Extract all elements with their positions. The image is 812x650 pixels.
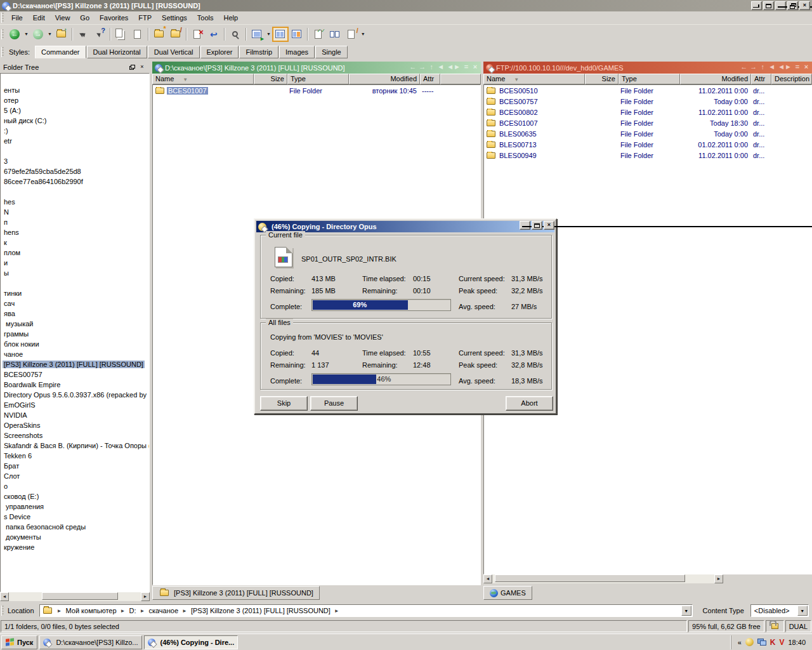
column-header-modified[interactable]: Modified (349, 74, 420, 84)
menu-item[interactable]: View (50, 12, 75, 23)
pane-nav-icon[interactable]: ◄ (437, 63, 444, 70)
pane-nav-icon[interactable]: ↑ (428, 63, 435, 70)
menu-item[interactable]: File (6, 12, 28, 23)
location-dropdown-icon[interactable]: ▼ (681, 606, 691, 616)
paste-icon[interactable] (129, 27, 146, 42)
right-pane-horizontal-scrollbar[interactable]: ◄ ► (483, 574, 723, 583)
tree-item[interactable]: ява (1, 308, 149, 319)
breadcrumb-segment[interactable]: ►Мой компьютер (53, 607, 117, 614)
grip-handle[interactable] (1, 47, 4, 57)
new-folder-icon[interactable]: * (151, 27, 167, 42)
tree-item[interactable] (1, 75, 149, 85)
pane-nav-icon[interactable]: ◄► (778, 63, 792, 70)
tree-item[interactable]: енты (1, 85, 149, 95)
menu-item[interactable]: Settings (157, 12, 192, 23)
breadcrumb-segment[interactable]: ►скачаное (136, 607, 179, 614)
tree-item[interactable]: OperaSkins (1, 420, 149, 430)
delete-icon[interactable]: × (189, 27, 206, 42)
minimize-icon[interactable] (775, 1, 786, 10)
scroll-thumb[interactable] (495, 574, 685, 582)
tree-item[interactable]: 679efe2fa59cba5de25d8 (1, 166, 149, 176)
rename-icon[interactable]: / (167, 27, 184, 42)
tree-item[interactable]: NVIDIA (1, 410, 149, 420)
taskbar-task[interactable]: D:\скачаное\[PS3] Killzo... (39, 635, 141, 649)
grip-handle[interactable] (1, 606, 4, 616)
file-row[interactable]: BCES01007 File Folder Today 18:30 dr... (484, 117, 811, 128)
tree-horizontal-scrollbar[interactable]: ◄ ► (0, 592, 150, 601)
location-field[interactable]: ►Мой компьютер►D:►скачаное►[PS3] Killzon… (39, 604, 693, 617)
file-row[interactable]: BCES00757 File Folder Today 0:00 dr... (484, 96, 811, 107)
customize-dropdown-icon[interactable]: ▼ (361, 32, 365, 36)
pane-nav-icon[interactable]: = (463, 63, 469, 70)
tree-item[interactable]: Слот (1, 471, 149, 481)
tree-item[interactable]: управления (1, 501, 149, 512)
tree-item[interactable]: п (1, 217, 149, 227)
pane-nav-icon[interactable]: ◄ (768, 63, 775, 70)
scroll-thumb[interactable] (42, 592, 118, 600)
pane-nav-icon[interactable]: ← (409, 63, 416, 70)
taskbar-task[interactable]: (46%) Copying - Dire... (144, 635, 239, 649)
tree-item[interactable]: сковод (E:) (1, 491, 149, 501)
left-pane-tab[interactable]: [PS3] Killzone 3 (2011) [FULL] [RUSSOUND… (152, 586, 320, 600)
kaspersky-v-icon[interactable]: V (779, 638, 784, 647)
tree-item[interactable]: hens (1, 227, 149, 237)
tree-item[interactable]: etr (1, 136, 149, 146)
viewer-pane-icon[interactable]: ► (249, 27, 265, 42)
back-icon[interactable]: ← (6, 27, 23, 42)
viewer-dropdown-icon[interactable]: ▼ (266, 32, 271, 36)
file-row[interactable]: BLES00949 File Folder 11.02.2011 0:00 dr… (484, 150, 811, 161)
pin-icon[interactable] (751, 1, 762, 10)
skip-button[interactable]: Skip (260, 396, 308, 411)
style-tab[interactable]: Filmstrip (239, 46, 278, 58)
pane-nav-icon[interactable]: ◄► (447, 63, 461, 70)
kaspersky-k-icon[interactable]: K (770, 638, 776, 647)
undo-icon[interactable]: ↩ (206, 27, 222, 42)
forward-dropdown-icon[interactable]: ▼ (48, 32, 52, 36)
tree-item[interactable]: ный диск (C:) (1, 116, 149, 126)
column-header-size[interactable]: Size (254, 74, 287, 84)
column-header-modified[interactable]: Modified (680, 74, 751, 84)
tree-item[interactable]: :) (1, 126, 149, 136)
tree-item[interactable]: Boardwalk Empire (1, 380, 149, 390)
tree-item[interactable]: Брат (1, 461, 149, 471)
style-tab[interactable]: Commander (35, 46, 86, 58)
file-row[interactable]: BCES01007 File Folder вторник 10:45 ----… (153, 85, 480, 96)
column-header-attr[interactable]: Attr (751, 74, 771, 84)
style-tab[interactable]: Dual Horizontal (87, 46, 147, 58)
tree-item[interactable]: отер (1, 95, 149, 105)
checklist-icon[interactable]: ✓✓ (310, 27, 327, 42)
right-pane-tab[interactable]: GAMES (483, 586, 532, 600)
column-header-type[interactable]: Type (619, 74, 680, 84)
opus-tray-icon[interactable] (745, 638, 754, 646)
style-tab[interactable]: Dual Vertical (148, 46, 200, 58)
file-row[interactable]: BCES00802 File Folder 11.02.2011 0:00 dr… (484, 107, 811, 117)
tray-chevron-icon[interactable]: « (738, 639, 742, 646)
column-header-size[interactable]: Size (585, 74, 619, 84)
tree-item[interactable]: 86cee77ea864106b2990f (1, 176, 149, 187)
tree-item[interactable]: 5 (A:) (1, 105, 149, 116)
dual-display-icon[interactable] (272, 27, 289, 42)
left-pane-titlebar[interactable]: D:\скачаное\[PS3] Killzone 3 (2011) [FUL… (152, 62, 481, 74)
pane-nav-icon[interactable]: → (750, 63, 757, 70)
tree-item[interactable]: музыкай (1, 319, 149, 329)
tree-item[interactable]: тинки (1, 288, 149, 298)
breadcrumb-segment[interactable]: ►[PS3] Killzone 3 (2011) [FULL] [RUSSOUN… (178, 607, 331, 614)
find-icon[interactable] (227, 27, 244, 42)
restore-icon[interactable] (787, 1, 798, 10)
customize-icon[interactable]: / (343, 27, 360, 42)
forward-icon[interactable]: → (30, 27, 46, 42)
tree-item[interactable]: к (1, 237, 149, 248)
float-icon[interactable] (128, 63, 136, 72)
back-dropdown-icon[interactable]: ▼ (24, 32, 29, 36)
menu-item[interactable]: Tools (192, 12, 219, 23)
tree-item[interactable]: s Device (1, 512, 149, 522)
content-type-select[interactable]: <Disabled> ▼ (750, 604, 809, 617)
column-header-name[interactable]: Name▼ (152, 74, 254, 84)
content-type-dropdown-icon[interactable]: ▼ (797, 606, 808, 616)
column-header-description[interactable]: Description (771, 74, 812, 84)
network-icon[interactable] (757, 639, 766, 646)
pane-nav-icon[interactable]: ← (740, 63, 747, 70)
tree-item[interactable]: BCES00757 (1, 369, 149, 380)
tree-item[interactable]: N (1, 207, 149, 217)
tray-icon[interactable] (763, 1, 774, 10)
